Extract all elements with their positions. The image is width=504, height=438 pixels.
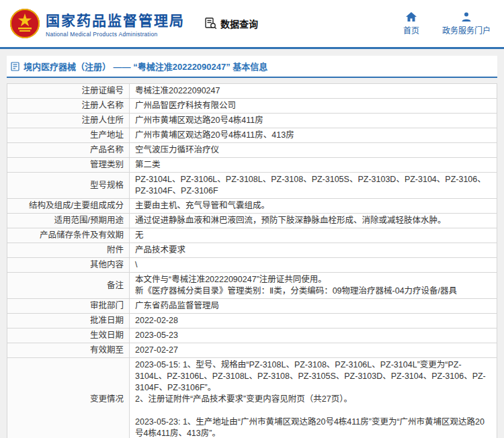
field-label: 型号规格 [7, 173, 130, 199]
field-label: 变更情况 [7, 358, 130, 438]
home-icon [406, 12, 417, 21]
field-label: 批准日期 [7, 314, 130, 328]
field-label: 适用范围/预期用途 [7, 214, 130, 228]
field-value: 广东省药品监督管理局 [130, 299, 497, 314]
page-title: 境内医疗器械（注册） —— “粤械注准20222090247” 基本信息 [24, 60, 267, 73]
table-row: 型号规格 PZ-3104L、PZ-3106L、PZ-3108L、PZ-3108、… [7, 173, 497, 199]
nav-home[interactable]: 首页 [403, 12, 419, 36]
nav-home-label: 首页 [403, 24, 419, 36]
table-row: 附件 产品技术要求 [7, 243, 497, 258]
field-label: 有效期至 [7, 343, 130, 358]
field-value: 2023-05-23 [130, 328, 497, 343]
table-row: 有效期至 2027-02-27 [7, 343, 497, 358]
table-row: 管理类别 第二类 [7, 158, 497, 173]
field-value: 粤械注准20222090247 [130, 84, 497, 99]
field-value: 广州市黄埔区观达路20号4栋411房 [130, 114, 497, 128]
info-table: 注册证编号 粤械注准20222090247 注册人名称 广州品智医疗科技有限公司… [7, 83, 497, 438]
table-row: 结构及组成/主要组成成分 主要由主机、充气导管和气囊组成。 [7, 199, 497, 214]
national-emblem-icon [9, 8, 40, 39]
table-row: 其他内容 \ [7, 258, 497, 273]
field-label: 其他内容 [7, 258, 130, 273]
nav-portal-label: 政务服务门户 [442, 24, 491, 36]
field-value: 无 [130, 228, 497, 243]
field-value: 通过促进静脉血液和淋巴液回流，预防下肢深静脉血栓形成、消除或减轻肢体水肿。 [130, 214, 497, 228]
header: 国家药品监督管理局 National Medical Products Admi… [0, 0, 504, 47]
field-value: 2023-05-15: 1、型号、规格由“PZ-3108L、PZ-3108、PZ… [130, 358, 497, 438]
field-label: 注册证编号 [7, 84, 130, 99]
table-row: 变更情况 2023-05-15: 1、型号、规格由“PZ-3108L、PZ-31… [7, 358, 497, 438]
nav-data-query[interactable]: 数据查询 [205, 17, 258, 30]
breadcrumb: 境内医疗器械（注册） —— “粤械注准20222090247” 基本信息 [7, 56, 497, 78]
info-table-wrap: 注册证编号 粤械注准20222090247 注册人名称 广州品智医疗科技有限公司… [7, 83, 497, 438]
org-name-cn: 国家药品监督管理局 [46, 9, 185, 30]
field-value: 空气波压力循环治疗仪 [130, 143, 497, 158]
user-icon [462, 12, 471, 21]
field-label: 审批部门 [7, 299, 130, 314]
table-row: 注册人名称 广州品智医疗科技有限公司 [7, 99, 497, 114]
top-nav: 首页 政务服务门户 [403, 12, 491, 36]
field-value: 广州品智医疗科技有限公司 [130, 99, 497, 114]
document-icon [11, 62, 19, 71]
field-label: 产品名称 [7, 143, 130, 158]
field-label: 注册人住所 [7, 114, 130, 128]
field-value: 产品技术要求 [130, 243, 497, 258]
field-value: PZ-3104L、PZ-3106L、PZ-3108L、PZ-3108、PZ-31… [130, 173, 497, 199]
table-row: 审批部门 广东省药品监督管理局 [7, 299, 497, 314]
table-row: 注册人住所 广州市黄埔区观达路20号4栋411房 [7, 114, 497, 128]
table-row: 批准日期 2022-02-28 [7, 314, 497, 328]
field-label: 生效日期 [7, 328, 130, 343]
field-label: 生产地址 [7, 128, 130, 143]
nav-data-query-label: 数据查询 [220, 17, 258, 30]
field-label: 管理类别 [7, 158, 130, 173]
brand: 国家药品监督管理局 National Medical Products Admi… [9, 8, 185, 39]
field-value: \ [130, 258, 497, 273]
field-value: 本文件与“粤械注准20222090247”注册证共同使用。 新《医疗器械分类目录… [130, 273, 497, 299]
header-divider [0, 47, 504, 49]
table-row: 生产地址 广州市黄埔区观达路20号4栋411房、413房 [7, 128, 497, 143]
table-row: 产品储存条件及有效期 无 [7, 228, 497, 243]
field-label: 结构及组成/主要组成成分 [7, 199, 130, 214]
table-row: 注册证编号 粤械注准20222090247 [7, 84, 497, 99]
brand-text: 国家药品监督管理局 National Medical Products Admi… [46, 9, 185, 38]
field-value: 2027-02-27 [130, 343, 497, 358]
table-row: 适用范围/预期用途 通过促进静脉血液和淋巴液回流，预防下肢深静脉血栓形成、消除或… [7, 214, 497, 228]
field-value: 2022-02-28 [130, 314, 497, 328]
nav-portal[interactable]: 政务服务门户 [442, 12, 491, 36]
field-value: 广州市黄埔区观达路20号4栋411房、413房 [130, 128, 497, 143]
field-label: 产品储存条件及有效期 [7, 228, 130, 243]
field-label: 备注 [7, 273, 130, 299]
field-label: 注册人名称 [7, 99, 130, 114]
field-value: 第二类 [130, 158, 497, 173]
field-label: 附件 [7, 243, 130, 258]
field-value: 主要由主机、充气导管和气囊组成。 [130, 199, 497, 214]
org-name-en: National Medical Products Administration [46, 31, 185, 38]
table-row: 备注 本文件与“粤械注准20222090247”注册证共同使用。 新《医疗器械分… [7, 273, 497, 299]
table-row: 生效日期 2023-05-23 [7, 328, 497, 343]
document-search-icon [205, 17, 217, 30]
table-row: 产品名称 空气波压力循环治疗仪 [7, 143, 497, 158]
